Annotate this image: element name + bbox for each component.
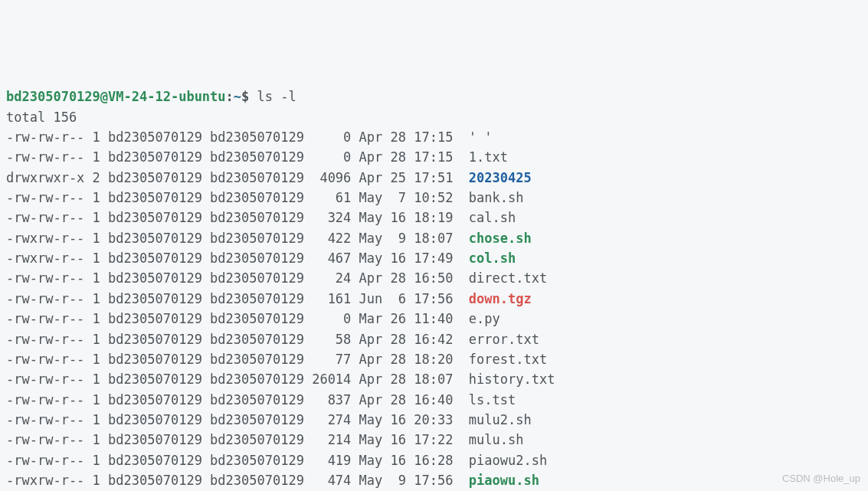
list-item: -rwxrw-r-- 1 bd2305070129 bd2305070129 4… xyxy=(6,228,862,248)
list-item: -rw-rw-r-- 1 bd2305070129 bd2305070129 2… xyxy=(6,369,862,389)
file-name: e.py xyxy=(469,311,500,326)
file-name: 20230425 xyxy=(469,170,532,185)
file-meta: -rw-rw-r-- 1 bd2305070129 bd2305070129 5… xyxy=(6,332,469,347)
prompt-line: bd2305070129@VM-24-12-ubuntu:~$ ls -l xyxy=(6,87,862,106)
prompt-path: ~ xyxy=(234,89,241,104)
list-item: -rw-rw-r-- 1 bd2305070129 bd2305070129 5… xyxy=(6,329,862,349)
file-name: down.tgz xyxy=(469,291,532,306)
list-item: -rw-rw-r-- 1 bd2305070129 bd2305070129 0… xyxy=(6,147,862,167)
list-item: -rw-rw-r-- 1 bd2305070129 bd2305070129 6… xyxy=(6,188,862,208)
prompt-separator: : xyxy=(226,89,234,104)
file-meta: drwxrwxr-x 2 bd2305070129 bd2305070129 4… xyxy=(6,170,469,185)
file-name: col.sh xyxy=(469,250,516,266)
file-meta: -rw-rw-r-- 1 bd2305070129 bd2305070129 0… xyxy=(6,311,469,326)
prompt-command: ls -l xyxy=(257,89,296,104)
file-name: mulu2.sh xyxy=(469,412,532,427)
file-name: error.txt xyxy=(469,332,539,347)
prompt-user-host: bd2305070129@VM-24-12-ubuntu xyxy=(6,89,226,104)
prompt-dollar: $ xyxy=(241,89,257,104)
file-meta: -rw-rw-r-- 1 bd2305070129 bd2305070129 7… xyxy=(6,352,469,367)
file-meta: -rw-rw-r-- 1 bd2305070129 bd2305070129 3… xyxy=(6,210,469,225)
file-meta: -rw-rw-r-- 1 bd2305070129 bd2305070129 2… xyxy=(6,372,469,387)
watermark: CSDN @Hole_up xyxy=(782,471,860,486)
file-name: forest.txt xyxy=(469,352,547,367)
list-item: -rwxrw-r-- 1 bd2305070129 bd2305070129 4… xyxy=(6,470,862,490)
list-item: -rw-rw-r-- 1 bd2305070129 bd2305070129 3… xyxy=(6,208,862,227)
file-name: bank.sh xyxy=(469,190,524,205)
list-item: -rw-rw-r-- 1 bd2305070129 bd2305070129 0… xyxy=(6,127,862,147)
file-meta: -rw-rw-r-- 1 bd2305070129 bd2305070129 1… xyxy=(6,291,469,306)
file-meta: -rw-rw-r-- 1 bd2305070129 bd2305070129 8… xyxy=(6,392,469,408)
file-name: cal.sh xyxy=(469,210,516,225)
file-meta: -rw-rw-r-- 1 bd2305070129 bd2305070129 0… xyxy=(6,129,469,145)
terminal-output[interactable]: bd2305070129@VM-24-12-ubuntu:~$ ls -ltot… xyxy=(6,87,862,491)
file-name: piaowu.sh xyxy=(469,473,539,488)
file-meta: -rw-rw-r-- 1 bd2305070129 bd2305070129 0… xyxy=(6,149,469,165)
file-name: history.txt xyxy=(469,372,555,387)
list-item: -rw-rw-r-- 1 bd2305070129 bd2305070129 2… xyxy=(6,430,862,450)
list-item: -rw-rw-r-- 1 bd2305070129 bd2305070129 0… xyxy=(6,309,862,329)
file-name: piaowu2.sh xyxy=(469,453,547,468)
total-line: total 156 xyxy=(6,107,862,127)
file-meta: -rw-rw-r-- 1 bd2305070129 bd2305070129 6… xyxy=(6,190,469,205)
file-meta: -rwxrw-r-- 1 bd2305070129 bd2305070129 4… xyxy=(6,250,469,266)
file-name: ' ' xyxy=(469,129,493,145)
file-name: chose.sh xyxy=(469,231,532,246)
list-item: -rw-rw-r-- 1 bd2305070129 bd2305070129 2… xyxy=(6,268,862,288)
list-item: -rw-rw-r-- 1 bd2305070129 bd2305070129 1… xyxy=(6,289,862,309)
file-meta: -rwxrw-r-- 1 bd2305070129 bd2305070129 4… xyxy=(6,473,469,488)
file-name: ls.tst xyxy=(469,392,516,408)
list-item: -rw-rw-r-- 1 bd2305070129 bd2305070129 7… xyxy=(6,349,862,369)
file-meta: -rw-rw-r-- 1 bd2305070129 bd2305070129 4… xyxy=(6,453,469,468)
list-item: -rw-rw-r-- 1 bd2305070129 bd2305070129 4… xyxy=(6,450,862,470)
file-name: 1.txt xyxy=(469,149,508,165)
file-name: mulu.sh xyxy=(469,432,524,447)
list-item: drwxrwxr-x 2 bd2305070129 bd2305070129 4… xyxy=(6,168,862,188)
file-meta: -rw-rw-r-- 1 bd2305070129 bd2305070129 2… xyxy=(6,270,469,286)
file-name: direct.txt xyxy=(469,270,547,286)
list-item: -rwxrw-r-- 1 bd2305070129 bd2305070129 4… xyxy=(6,248,862,268)
list-item: -rw-rw-r-- 1 bd2305070129 bd2305070129 8… xyxy=(6,390,862,410)
file-meta: -rw-rw-r-- 1 bd2305070129 bd2305070129 2… xyxy=(6,432,469,447)
list-item: -rw-rw-r-- 1 bd2305070129 bd2305070129 2… xyxy=(6,410,862,430)
file-meta: -rw-rw-r-- 1 bd2305070129 bd2305070129 2… xyxy=(6,412,469,427)
file-meta: -rwxrw-r-- 1 bd2305070129 bd2305070129 4… xyxy=(6,231,469,246)
